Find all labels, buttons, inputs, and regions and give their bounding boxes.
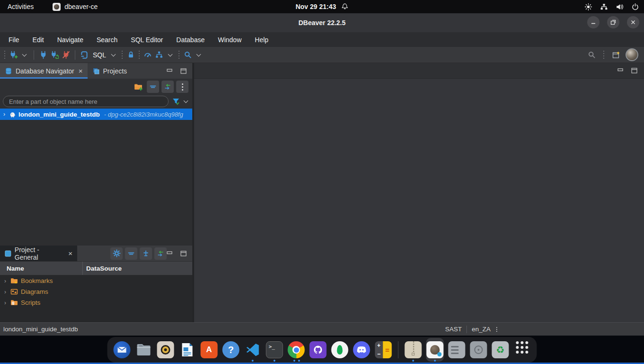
new-connection-button[interactable] [8,49,19,61]
row-label: Scripts [21,299,40,306]
project-row-bookmarks[interactable]: › Bookmarks [0,275,192,286]
tab-project-general[interactable]: Project - General × [0,246,77,261]
tab-label: Projects [103,67,127,75]
statusbar: london_mini_guide_testdb SAST en_ZA [0,322,644,336]
dock-icon-github-desktop[interactable] [309,338,327,362]
dock-icon-archive-manager[interactable] [404,338,422,362]
status-locale[interactable]: en_ZA [472,326,491,333]
collapse-all-button[interactable] [147,81,159,93]
network-topology-button[interactable] [153,49,165,61]
clock-button[interactable]: Nov 29 21:43 [295,3,349,10]
tree-row-connection[interactable]: › london_mini_guide_testdb - dpg-ce2c8i8… [0,109,192,120]
panel-maximize-icon[interactable] [631,68,637,73]
dock-icon-rhythmbox[interactable] [157,338,175,362]
search-dropdown[interactable] [193,49,205,61]
dbeaver-mini-icon [53,3,61,11]
status-timezone[interactable]: SAST [445,326,462,333]
dock-icon-thunderbird[interactable] [113,338,131,362]
menu-search[interactable]: Search [97,36,117,44]
dock-icon-chrome[interactable] [287,338,305,362]
panel-minimize-icon[interactable] [617,68,624,73]
dock-icon-dconf-editor[interactable] [448,338,466,362]
activities-button[interactable]: Activities [5,3,36,10]
quick-search-icon[interactable] [586,49,597,61]
system-indicators[interactable] [584,3,639,11]
toolbar-grip[interactable] [4,51,5,59]
menu-edit[interactable]: Edit [33,36,44,44]
dock-icon-dbeaver[interactable] [426,338,444,362]
dock-icon-discord[interactable] [353,338,371,362]
object-filter-input[interactable] [3,96,169,107]
panel-maximize-icon[interactable] [180,251,187,256]
dock-icon-trash[interactable]: ♻ [492,338,510,362]
open-sql-script-button[interactable] [79,49,90,61]
expand-chevron-icon[interactable]: › [3,278,8,284]
project-table-header: Name DataSource [0,262,192,275]
sql-editor-selector[interactable]: SQL [93,51,106,59]
security-lock-button[interactable] [125,49,136,61]
dock-icon-calculator[interactable]: + − = [375,338,393,362]
toolbar-grip[interactable] [179,51,179,59]
dock-icon-disk-utility[interactable] [470,338,488,362]
connect-button[interactable] [37,49,49,61]
new-folder-button[interactable] [132,81,144,93]
kebab-menu-icon [182,83,183,91]
editor-area [194,63,644,322]
reconnect-button[interactable] [49,49,60,61]
toolbar-grip[interactable] [603,51,604,59]
link-with-editor-button[interactable] [154,247,167,260]
tab-database-navigator[interactable]: Database Navigator × [0,63,88,79]
menu-database[interactable]: Database [176,36,205,44]
tab-close-icon[interactable]: × [79,67,83,75]
menu-help[interactable]: Help [255,36,268,44]
sql-editor-dropdown[interactable] [108,49,119,61]
dock-icon-app-grid[interactable] [513,338,531,362]
dashboard-button[interactable] [142,49,153,61]
panel-minimize-icon[interactable] [167,68,173,74]
menu-window[interactable]: Window [218,36,242,44]
dock-icon-vscode[interactable] [244,338,262,362]
app-indicator[interactable]: dbeaver-ce [53,3,98,11]
expand-all-button[interactable] [140,247,152,260]
menu-navigate[interactable]: Navigate [57,36,83,44]
collapse-all-button[interactable] [125,247,137,260]
dock-icon-files[interactable] [135,338,153,362]
chevron-down-icon [22,52,27,56]
new-connection-dropdown[interactable] [19,49,30,61]
network-dropdown[interactable] [165,49,176,61]
expand-chevron-icon[interactable]: › [3,289,8,295]
tab-projects[interactable]: Projects [88,63,132,79]
tab-label: Database Navigator [16,67,74,75]
project-settings-button[interactable] [110,247,123,260]
link-with-editor-button[interactable] [161,81,174,93]
open-perspective-button[interactable] [610,49,622,61]
dbeaver-perspective-avatar[interactable] [626,48,638,61]
filter-funnel-icon[interactable] [171,97,180,106]
expand-chevron-icon[interactable]: › [2,111,7,118]
filter-dropdown-icon[interactable] [184,99,188,103]
project-row-scripts[interactable]: › Scripts [0,297,192,308]
menu-file[interactable]: File [9,36,19,44]
panel-maximize-icon[interactable] [180,68,187,74]
dock-icon-mongodb-compass[interactable] [331,338,349,362]
search-button[interactable] [182,49,193,61]
column-header-name[interactable]: Name [0,262,83,275]
minimize-button[interactable] [587,16,599,28]
toolbar-grip[interactable] [122,51,123,59]
status-menu-dots[interactable] [496,327,497,332]
dock-icon-terminal[interactable]: >_ [266,338,284,362]
menu-sql-editor[interactable]: SQL Editor [131,36,163,44]
restore-button[interactable] [607,16,619,28]
disconnect-button[interactable] [60,49,72,61]
view-menu-button[interactable] [176,81,188,93]
tab-close-icon[interactable]: × [68,249,72,257]
panel-minimize-icon[interactable] [167,251,173,256]
dock-icon-libreoffice-writer[interactable] [179,338,197,362]
project-row-diagrams[interactable]: › Diagrams [0,286,192,297]
toolbar-grip[interactable] [139,51,140,59]
dock-icon-ubuntu-software[interactable]: A [200,338,218,362]
column-header-datasource[interactable]: DataSource [83,265,122,272]
expand-chevron-icon[interactable]: › [3,300,8,306]
close-button[interactable] [627,16,639,28]
dock-icon-help[interactable]: ? [222,338,240,362]
